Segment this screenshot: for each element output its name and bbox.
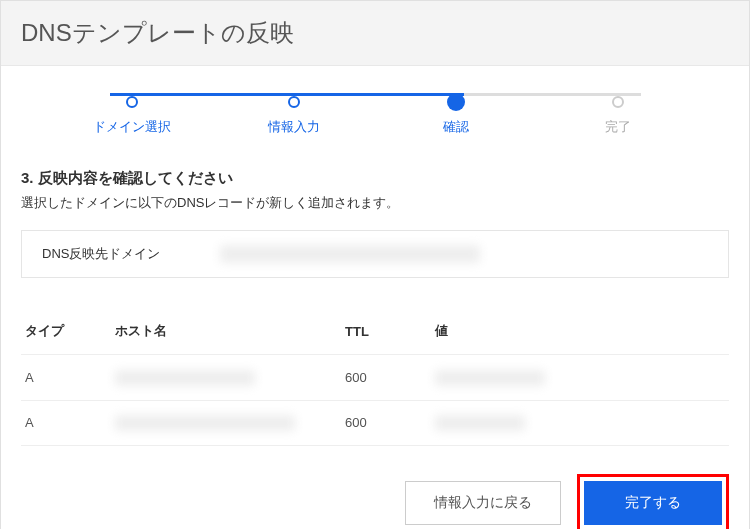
section-title: 3. 反映内容を確認してください	[21, 169, 729, 188]
step-line	[110, 93, 287, 96]
step-confirm: 確認	[375, 96, 537, 136]
step-label: 情報入力	[268, 118, 320, 136]
step-complete: 完了	[537, 96, 699, 136]
domain-box: DNS反映先ドメイン	[21, 230, 729, 278]
col-header-value: 値	[435, 322, 725, 340]
col-header-host: ホスト名	[115, 322, 345, 340]
cell-value	[435, 415, 725, 432]
cell-type: A	[25, 370, 115, 385]
col-header-ttl: TTL	[345, 324, 435, 339]
content: ドメイン選択 情報入力 確認 完了 3. 反映内容を確認してください 選択したド…	[1, 66, 749, 529]
cell-ttl: 600	[345, 370, 435, 385]
cell-ttl: 600	[345, 415, 435, 430]
step-label: 確認	[443, 118, 469, 136]
step-info-input: 情報入力	[213, 96, 375, 136]
cell-type: A	[25, 415, 115, 430]
step-line	[287, 93, 464, 96]
step-line	[464, 93, 641, 96]
col-header-type: タイプ	[25, 322, 115, 340]
actions: 情報入力に戻る 完了する	[21, 474, 729, 529]
step-circle-icon	[288, 96, 300, 108]
section-description: 選択したドメインに以下のDNSレコードが新しく追加されます。	[21, 194, 729, 212]
records-table: タイプ ホスト名 TTL 値 A 600 A 600	[21, 308, 729, 446]
cell-host	[115, 369, 345, 386]
highlight-box: 完了する	[577, 474, 729, 529]
complete-button[interactable]: 完了する	[584, 481, 722, 525]
domain-box-label: DNS反映先ドメイン	[42, 245, 160, 263]
cell-value	[435, 369, 725, 386]
step-circle-icon	[126, 96, 138, 108]
header: DNSテンプレートの反映	[1, 1, 749, 66]
table-header: タイプ ホスト名 TTL 値	[21, 308, 729, 355]
step-label: ドメイン選択	[93, 118, 171, 136]
table-row: A 600	[21, 355, 729, 401]
step-domain-select: ドメイン選択	[51, 96, 213, 136]
domain-box-value	[220, 245, 480, 263]
back-button[interactable]: 情報入力に戻る	[405, 481, 561, 525]
table-row: A 600	[21, 401, 729, 447]
step-circle-icon	[612, 96, 624, 108]
stepper: ドメイン選択 情報入力 確認 完了	[21, 86, 729, 144]
page-title: DNSテンプレートの反映	[21, 17, 729, 49]
cell-host	[115, 415, 345, 432]
step-circle-icon	[447, 93, 465, 111]
step-label: 完了	[605, 118, 631, 136]
